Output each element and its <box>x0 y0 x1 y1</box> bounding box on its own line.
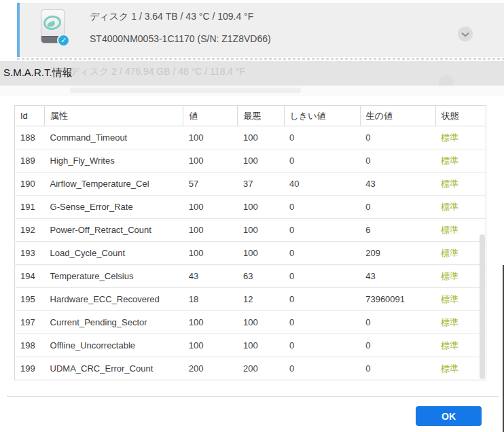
cell-status: 標準 <box>435 242 486 265</box>
cell-id: 192 <box>15 219 45 242</box>
cell-raw-value: 0 <box>360 196 435 219</box>
cell-threshold: 0 <box>284 265 360 288</box>
cell-worst: 12 <box>238 288 284 311</box>
cell-id: 197 <box>15 311 45 334</box>
cell-raw-value: 6 <box>360 219 435 242</box>
cell-id: 188 <box>15 126 45 149</box>
cell-status: 標準 <box>435 288 486 311</box>
table-header-row: Id属性値最悪しきい値生の値状態 <box>15 106 486 126</box>
cell-attribute: Offline_Uncorrectable <box>45 334 183 357</box>
cell-threshold: 0 <box>284 126 360 149</box>
cell-raw-value: 0 <box>360 334 435 357</box>
cell-worst: 100 <box>238 219 284 242</box>
footer-divider <box>7 396 499 397</box>
column-header: 生の値 <box>360 106 435 126</box>
hard-drive-icon: ✓ <box>41 10 65 43</box>
cell-worst: 100 <box>238 196 284 219</box>
cell-worst: 100 <box>238 242 284 265</box>
cell-attribute: Airflow_Temperature_Cel <box>45 173 183 196</box>
column-header: 状態 <box>435 106 486 126</box>
cell-status: 標準 <box>435 265 486 288</box>
ok-button[interactable]: OK <box>416 406 482 426</box>
cell-worst: 37 <box>238 173 284 196</box>
column-header: しきい値 <box>284 106 360 126</box>
table-row: 193 Load_Cycle_Count 100 100 0 209 標準 <box>15 242 486 265</box>
cell-threshold: 0 <box>284 288 360 311</box>
cell-value: 100 <box>183 149 238 173</box>
cell-threshold: 0 <box>284 196 360 219</box>
column-header: 値 <box>183 106 238 126</box>
smart-table-body: 188 Command_Timeout 100 100 0 0 標準 189 H… <box>15 126 486 380</box>
cell-status: 標準 <box>435 126 486 149</box>
table-scrollbar-thumb[interactable] <box>480 234 485 379</box>
cell-status: 標準 <box>435 219 486 242</box>
cell-attribute: G-Sense_Error_Rate <box>45 196 183 219</box>
cell-status: 標準 <box>435 149 486 173</box>
disk2-serial-dimmed <box>70 88 301 93</box>
cell-status: 標準 <box>435 196 486 219</box>
table-row: 199 UDMA_CRC_Error_Count 200 200 0 0 標準 <box>15 357 486 380</box>
column-header: 最悪 <box>238 106 284 126</box>
cell-raw-value: 73960091 <box>360 288 435 311</box>
cell-threshold: 0 <box>284 219 360 242</box>
cell-attribute: Temperature_Celsius <box>45 265 183 288</box>
cell-attribute: Command_Timeout <box>45 126 183 149</box>
cell-value: 200 <box>183 357 238 380</box>
cell-value: 100 <box>183 126 238 149</box>
disk-list-item-1[interactable]: ✓ ディスク 1 / 3.64 TB / 43 °C / 109.4 °F ST… <box>17 3 504 57</box>
cell-attribute: High_Fly_Writes <box>45 149 183 173</box>
cell-id: 194 <box>15 265 45 288</box>
smart-attributes-table: Id属性値最悪しきい値生の値状態 188 Command_Timeout 100… <box>14 105 486 380</box>
cell-status: 標準 <box>435 334 486 357</box>
dialog-title: S.M.A.R.T.情報 <box>3 67 73 79</box>
table-row: 192 Power-Off_Retract_Count 100 100 0 6 … <box>15 219 486 242</box>
cell-raw-value: 43 <box>360 265 435 288</box>
cell-raw-value: 43 <box>360 173 435 196</box>
cell-value: 100 <box>183 311 238 334</box>
chevron-down-icon <box>461 29 469 39</box>
disk2-title-dimmed: ディスク 2 / 476.94 GB / 48 °C / 118.4 °F <box>70 66 245 78</box>
cell-id: 191 <box>15 196 45 219</box>
cell-id: 193 <box>15 242 45 265</box>
cell-status: 標準 <box>435 357 486 380</box>
cell-worst: 100 <box>238 334 284 357</box>
cell-id: 195 <box>15 288 45 311</box>
cell-id: 198 <box>15 334 45 357</box>
cell-threshold: 0 <box>284 311 360 334</box>
disk1-title: ディスク 1 / 3.64 TB / 43 °C / 109.4 °F <box>90 11 253 23</box>
cell-worst: 100 <box>238 149 284 173</box>
cell-worst: 100 <box>238 311 284 334</box>
table-row: 190 Airflow_Temperature_Cel 57 37 40 43 … <box>15 173 486 196</box>
cell-raw-value: 0 <box>360 311 435 334</box>
cell-worst: 63 <box>238 265 284 288</box>
cell-attribute: Power-Off_Retract_Count <box>45 219 183 242</box>
table-row: 194 Temperature_Celsius 43 63 0 43 標準 <box>15 265 486 288</box>
disk1-serial: ST4000NM0053-1C1170 (S/N: Z1Z8VD66) <box>90 33 271 44</box>
cell-raw-value: 0 <box>360 126 435 149</box>
cell-status: 標準 <box>435 173 486 196</box>
cell-attribute: Load_Cycle_Count <box>45 242 183 265</box>
cell-raw-value: 0 <box>360 357 435 380</box>
cell-value: 100 <box>183 196 238 219</box>
cell-status: 標準 <box>435 311 486 334</box>
cell-threshold: 40 <box>284 173 360 196</box>
cell-id: 190 <box>15 173 45 196</box>
cell-threshold: 0 <box>284 242 360 265</box>
screen: ✓ ディスク 1 / 3.64 TB / 43 °C / 109.4 °F ST… <box>0 0 504 432</box>
cell-value: 100 <box>183 334 238 357</box>
disk1-expand-button[interactable] <box>458 26 473 41</box>
table-row: 188 Command_Timeout 100 100 0 0 標準 <box>15 126 486 149</box>
cell-value: 100 <box>183 219 238 242</box>
cell-worst: 200 <box>238 357 284 380</box>
cell-threshold: 0 <box>284 334 360 357</box>
cell-raw-value: 209 <box>360 242 435 265</box>
cell-threshold: 0 <box>284 149 360 173</box>
cell-value: 100 <box>183 242 238 265</box>
cell-threshold: 0 <box>284 357 360 380</box>
cell-value: 43 <box>183 265 238 288</box>
cell-id: 189 <box>15 149 45 173</box>
cell-raw-value: 0 <box>360 149 435 173</box>
column-header: Id <box>15 106 45 126</box>
cell-id: 199 <box>15 357 45 380</box>
cell-attribute: Hardware_ECC_Recovered <box>45 288 183 311</box>
